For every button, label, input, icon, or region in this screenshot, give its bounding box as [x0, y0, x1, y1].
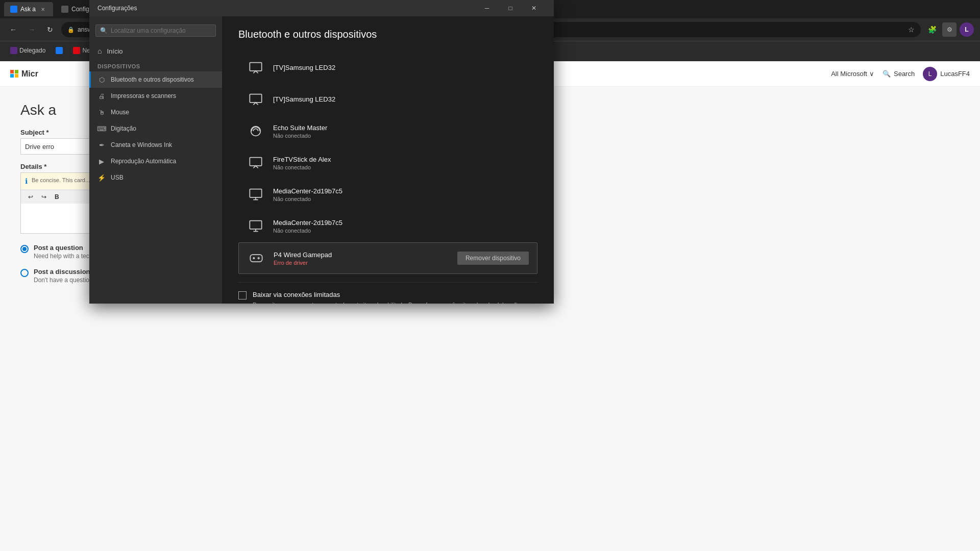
nav-typing[interactable]: ⌨ Digitação	[89, 120, 222, 137]
device-echo[interactable]: Echo Suite Master Não conectado	[238, 116, 537, 146]
nav-printers-label: Impressoras e scanners	[111, 92, 176, 99]
printer-icon: 🖨	[97, 92, 106, 100]
settings-main-content: Bluetooth e outros dispositivos [TV]Sams…	[222, 16, 554, 304]
checkbox-row[interactable]: Baixar via conexões limitadas Para evita…	[238, 291, 537, 304]
bookmark-fb[interactable]	[52, 45, 67, 56]
nav-usb-label: USB	[111, 174, 124, 181]
settings-home-btn[interactable]: ⌂ Início	[89, 43, 222, 59]
star-icon[interactable]: ☆	[908, 26, 915, 34]
device-media2-status: Não conectado	[273, 228, 529, 234]
search-icon: 🔍	[883, 70, 891, 78]
ms-user-btn[interactable]: L LucasFF4	[923, 67, 970, 81]
tab-1-close[interactable]: ✕	[39, 5, 47, 13]
settings-body: 🔍 ⌂ Início Dispositivos ⬡ Bluetooth e ou…	[89, 16, 554, 304]
device-fire-icon	[247, 154, 265, 172]
nav-autoplay[interactable]: ▶ Reprodução Automática	[89, 153, 222, 169]
svg-rect-10	[250, 255, 262, 262]
checkbox-content: Baixar via conexões limitadas Para evita…	[253, 291, 537, 304]
reload-btn[interactable]: ↻	[43, 22, 57, 37]
settings-icon-btn[interactable]: ⚙	[942, 22, 957, 37]
back-btn[interactable]: ←	[6, 22, 20, 37]
editor-info-text: Be concise. This card...	[32, 177, 90, 183]
bookmark-delegado[interactable]: Delegado	[6, 45, 50, 56]
svg-point-12	[253, 258, 254, 259]
bluetooth-icon: ⬡	[97, 76, 106, 84]
logo-sq-green	[15, 70, 18, 73]
device-gamepad-error: Erro de driver	[274, 260, 449, 266]
ms-logo-text: Micr	[21, 69, 38, 79]
svg-rect-0	[250, 63, 261, 71]
settings-search-input[interactable]	[111, 27, 211, 34]
search-label: Search	[894, 70, 915, 78]
nav-bluetooth[interactable]: ⬡ Bluetooth e outros dispositivos	[89, 71, 222, 88]
all-microsoft-text: All Microsoft	[831, 70, 867, 78]
settings-window: Configurações ─ □ ✕ 🔍 ⌂ Início Dispositi…	[89, 0, 554, 304]
tab-2-favicon	[61, 6, 68, 13]
titlebar-buttons: ─ □ ✕	[475, 0, 546, 16]
bold-btn[interactable]: B	[52, 192, 62, 202]
device-tv1-icon	[247, 59, 265, 77]
remove-device-btn[interactable]: Remover dispositivo	[457, 252, 529, 265]
nav-bluetooth-label: Bluetooth e outros dispositivos	[111, 76, 194, 83]
ms-logo-icon	[10, 70, 18, 78]
usb-icon: ⚡	[97, 173, 106, 182]
device-tv2-name: [TV]Samsung LED32	[273, 95, 529, 103]
all-microsoft-link[interactable]: All Microsoft ∨	[831, 70, 874, 78]
mouse-icon: 🖱	[97, 108, 106, 116]
device-tv2-icon	[247, 90, 265, 109]
undo-btn[interactable]: ↩	[25, 192, 36, 202]
device-tv1-info: [TV]Samsung LED32	[273, 64, 529, 72]
device-fire-info: FireTVStick de Alex Não conectado	[273, 156, 529, 170]
nav-icons-right: 🧩 ⚙ L	[925, 22, 974, 37]
device-media1-icon	[247, 185, 265, 204]
radio-discussion-circle[interactable]	[20, 269, 29, 277]
device-echo-status: Não conectado	[273, 133, 529, 139]
settings-divider	[238, 282, 537, 283]
extensions-btn[interactable]: 🧩	[925, 22, 939, 37]
info-icon: ℹ	[25, 177, 28, 185]
svg-rect-4	[250, 189, 261, 197]
nav-pen-label: Caneta e Windows Ink	[111, 141, 172, 148]
tab-1[interactable]: Ask a ✕	[4, 2, 53, 16]
nav-pen[interactable]: ✒ Caneta e Windows Ink	[89, 137, 222, 153]
device-gamepad-name: P4 Wired Gamepad	[274, 251, 449, 259]
device-media2[interactable]: MediaCenter-2d19b7c5 Não conectado	[238, 211, 537, 241]
device-media1-status: Não conectado	[273, 196, 529, 202]
device-gamepad[interactable]: P4 Wired Gamepad Erro de driver Remover …	[238, 242, 537, 274]
settings-titlebar: Configurações ─ □ ✕	[89, 0, 554, 16]
limited-connections-checkbox[interactable]	[238, 291, 247, 299]
redo-btn[interactable]: ↪	[38, 192, 50, 202]
ms-header-right: All Microsoft ∨ 🔍 Search L LucasFF4	[831, 67, 970, 81]
settings-search-box[interactable]: 🔍	[95, 24, 216, 37]
bookmark-delegado-label: Delegado	[19, 47, 45, 54]
settings-page-title: Bluetooth e outros dispositivos	[238, 29, 537, 40]
home-icon: ⌂	[97, 47, 102, 55]
minimize-btn[interactable]: ─	[475, 0, 499, 16]
nav-printers[interactable]: 🖨 Impressoras e scanners	[89, 88, 222, 104]
svg-rect-3	[250, 158, 261, 166]
device-media2-info: MediaCenter-2d19b7c5 Não conectado	[273, 219, 529, 234]
nav-mouse-label: Mouse	[111, 109, 129, 116]
tab-1-title: Ask a	[20, 6, 36, 13]
ms-search-btn[interactable]: 🔍 Search	[883, 70, 915, 78]
search-icon-sidebar: 🔍	[100, 27, 108, 34]
device-echo-info: Echo Suite Master Não conectado	[273, 124, 529, 139]
close-btn[interactable]: ✕	[522, 0, 546, 16]
forward-btn[interactable]: →	[24, 22, 39, 37]
logo-sq-yellow	[15, 74, 18, 78]
device-media1-info: MediaCenter-2d19b7c5 Não conectado	[273, 187, 529, 202]
device-media1[interactable]: MediaCenter-2d19b7c5 Não conectado	[238, 179, 537, 210]
device-tv2-info: [TV]Samsung LED32	[273, 95, 529, 104]
devices-section-label: Dispositivos	[89, 59, 222, 71]
checkbox-label: Baixar via conexões limitadas	[253, 291, 537, 298]
settings-sidebar: 🔍 ⌂ Início Dispositivos ⬡ Bluetooth e ou…	[89, 16, 222, 304]
nav-usb[interactable]: ⚡ USB	[89, 169, 222, 186]
maximize-btn[interactable]: □	[499, 0, 522, 16]
device-tv2[interactable]: [TV]Samsung LED32	[238, 84, 537, 115]
radio-question-circle[interactable]	[20, 245, 29, 253]
nav-mouse[interactable]: 🖱 Mouse	[89, 104, 222, 120]
device-tv1[interactable]: [TV]Samsung LED32	[238, 53, 537, 83]
profile-btn[interactable]: L	[960, 22, 974, 37]
tab-1-favicon	[10, 6, 17, 13]
device-fire[interactable]: FireTVStick de Alex Não conectado	[238, 147, 537, 178]
